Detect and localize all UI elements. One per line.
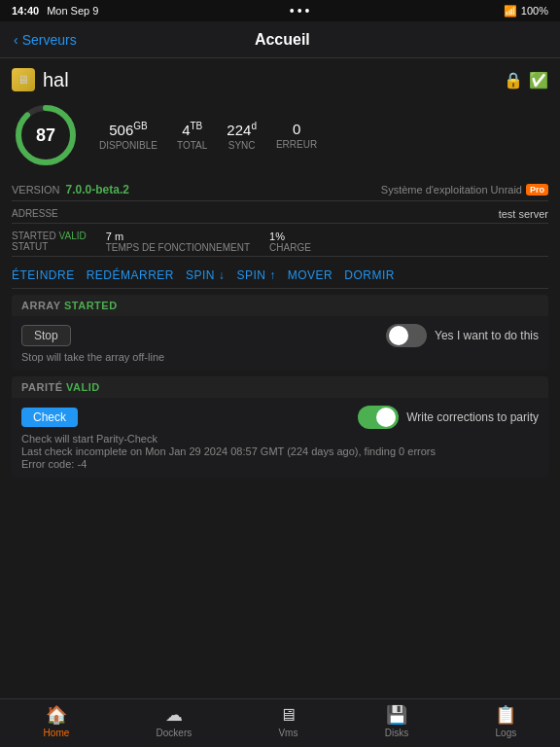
pro-badge: Pro: [526, 184, 548, 196]
gauge-value: 87: [36, 125, 55, 146]
stat-items: 506GB DISPONIBLE 4TB TOTAL 224d SYNC 0 E…: [99, 121, 317, 151]
toggle-wrap: Yes I want to do this: [386, 324, 539, 347]
wifi-icon: 📶: [504, 5, 517, 18]
started-status-row: STARTED VALID STATUT 7 m TEMPS DE FONCTI…: [12, 228, 548, 257]
nav-bar: ‹ Serveurs Accueil: [0, 21, 560, 58]
uptime-value: 7 m: [106, 231, 250, 242]
toggle-knob: [389, 326, 408, 345]
array-note: Stop will take the array off-line: [21, 351, 539, 363]
stat-sync-label: SYNC: [227, 140, 257, 151]
parity-label: PARITÉ: [21, 381, 63, 393]
action-dormir[interactable]: DORMIR: [344, 268, 395, 282]
load-item: 1% CHARGE: [269, 231, 311, 253]
server-status-icons: 🔒 ✅: [504, 71, 548, 89]
parity-toggle-knob: [376, 408, 396, 427]
check-circle-icon: ✅: [529, 71, 548, 89]
page-title: Accueil: [255, 31, 310, 49]
parity-toggle-wrap: Write corrections to parity: [358, 406, 539, 429]
tab-logs-label: Logs: [496, 728, 517, 738]
stop-button[interactable]: Stop: [21, 325, 71, 346]
yes-toggle[interactable]: [386, 324, 427, 347]
lock-icon: 🔒: [504, 71, 523, 89]
action-row: ÉTEINDRE REDÉMARRER SPIN ↓ SPIN ↑ MOVER …: [12, 263, 548, 289]
array-section-header: ARRAY STARTED: [12, 295, 548, 316]
write-corrections-label: Write corrections to parity: [406, 410, 539, 424]
action-spin-up[interactable]: SPIN ↑: [236, 268, 275, 282]
array-status: STARTED: [64, 300, 118, 311]
main-content: 🖥 hal 🔒 ✅ 87 506GB DISPONIBLE: [0, 58, 560, 487]
chevron-left-icon: ‹: [14, 32, 18, 48]
parity-note: Check will start Parity-Check: [21, 433, 539, 445]
array-label: ARRAY: [21, 300, 60, 311]
parity-status: VALID: [66, 381, 100, 393]
parity-last-check: Last check incomplete on Mon Jan 29 2024…: [21, 445, 539, 457]
tab-dockers[interactable]: ☁ Dockers: [157, 704, 192, 738]
stat-sync-value: 224d: [227, 121, 257, 138]
stat-total: 4TB TOTAL: [177, 121, 207, 151]
started-label: STARTED VALID: [12, 231, 87, 241]
status-day: Mon Sep 9: [47, 5, 98, 17]
logs-icon: 📋: [495, 704, 516, 726]
version-value: 7.0.0-beta.2: [66, 183, 129, 196]
version-row: VERSION 7.0.0-beta.2 Système d'exploitat…: [12, 179, 548, 201]
parity-error-code: Error code: -4: [21, 458, 539, 470]
parity-controls-row: Check Write corrections to parity: [21, 406, 539, 429]
home-icon: 🏠: [46, 704, 67, 726]
version-right: Système d'exploitation Unraid Pro: [381, 184, 548, 196]
disk-icon: 💾: [386, 704, 407, 726]
status-icons: 📶 100%: [504, 5, 548, 18]
check-button[interactable]: Check: [21, 408, 78, 427]
stat-erreur-label: ERREUR: [276, 139, 317, 150]
action-eteindre[interactable]: ÉTEINDRE: [12, 268, 75, 282]
docker-icon: ☁: [165, 704, 183, 726]
address-label: ADRESSE: [12, 208, 58, 220]
array-section-body: Stop Yes I want to do this Stop will tak…: [12, 316, 548, 371]
parity-section-body: Check Write corrections to parity Check …: [12, 398, 548, 478]
version-label: VERSION: [12, 184, 60, 196]
battery-value: 100%: [521, 5, 548, 17]
vm-icon: 🖥: [279, 705, 297, 726]
load-label: CHARGE: [269, 242, 311, 253]
load-value: 1%: [269, 231, 311, 242]
tab-home-label: Home: [44, 728, 70, 738]
started-item: STARTED VALID STATUT: [12, 231, 87, 253]
stats-row: 87 506GB DISPONIBLE 4TB TOTAL 224d SYNC: [12, 101, 548, 169]
parity-section-header: PARITÉ VALID: [12, 376, 548, 398]
address-row: ADRESSE test server: [12, 205, 548, 224]
uptime-item: 7 m TEMPS DE FONCTIONNEMENT: [106, 231, 250, 253]
action-spin-down[interactable]: SPIN ↓: [186, 268, 225, 282]
server-header: 🖥 hal 🔒 ✅: [12, 68, 548, 91]
tab-bar: 🏠 Home ☁ Dockers 🖥 Vms 💾 Disks 📋 Logs: [0, 698, 560, 747]
action-mover[interactable]: MOVER: [288, 268, 333, 282]
gauge: 87: [12, 101, 80, 169]
address-value: test server: [499, 208, 548, 220]
tab-vms-label: Vms: [278, 728, 298, 738]
statut-label: STATUT: [12, 241, 87, 252]
status-time: 14:40: [12, 5, 39, 17]
back-label: Serveurs: [22, 32, 77, 48]
tab-disks-label: Disks: [385, 728, 408, 738]
tab-logs[interactable]: 📋 Logs: [495, 704, 516, 738]
array-controls-row: Stop Yes I want to do this: [21, 324, 539, 347]
tab-vms[interactable]: 🖥 Vms: [278, 705, 298, 738]
parity-section: PARITÉ VALID Check Write corrections to …: [12, 376, 548, 478]
status-bar: 14:40 Mon Sep 9 ••• 📶 100%: [0, 0, 560, 21]
yes-toggle-label: Yes I want to do this: [435, 329, 539, 342]
write-corrections-toggle[interactable]: [358, 406, 399, 429]
array-section: ARRAY STARTED Stop Yes I want to do this…: [12, 295, 548, 371]
tab-home[interactable]: 🏠 Home: [44, 704, 70, 738]
back-button[interactable]: ‹ Serveurs: [14, 32, 77, 48]
stat-total-label: TOTAL: [177, 140, 207, 151]
stat-disponible-value: 506GB: [99, 121, 158, 138]
server-name-wrap: 🖥 hal: [12, 68, 69, 91]
tab-disks[interactable]: 💾 Disks: [385, 704, 408, 738]
stat-erreur-value: 0: [276, 121, 317, 137]
uptime-label: TEMPS DE FONCTIONNEMENT: [106, 242, 250, 253]
action-redemarrer[interactable]: REDÉMARRER: [87, 268, 174, 282]
server-name: hal: [43, 69, 69, 91]
stat-disponible: 506GB DISPONIBLE: [99, 121, 158, 151]
tab-dockers-label: Dockers: [157, 728, 192, 738]
stat-erreur: 0 ERREUR: [276, 121, 317, 151]
os-label: Système d'exploitation Unraid: [381, 184, 522, 196]
status-dots: •••: [290, 3, 313, 18]
